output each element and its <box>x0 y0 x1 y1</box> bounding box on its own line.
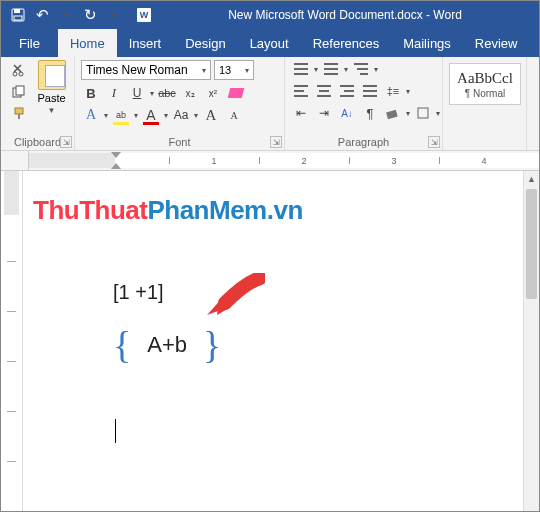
paste-icon <box>38 60 66 90</box>
highlight-dropdown-icon[interactable]: ▾ <box>134 111 138 120</box>
clipboard-launcher-icon[interactable]: ⇲ <box>60 136 72 148</box>
group-clipboard: Paste ▼ Clipboard ⇲ <box>1 57 75 150</box>
svg-rect-6 <box>16 86 24 95</box>
align-right-button[interactable] <box>337 82 357 100</box>
ribbon-tabs: File Home Insert Design Layout Reference… <box>1 29 539 57</box>
ruler-mark: 1 <box>211 156 216 166</box>
tab-layout[interactable]: Layout <box>238 29 301 57</box>
bullet-list-icon <box>294 63 308 75</box>
qat-customize-icon[interactable]: ▾ <box>105 6 123 24</box>
tab-references[interactable]: References <box>301 29 391 57</box>
scroll-up-icon[interactable]: ▲ <box>524 171 539 187</box>
font-color-button[interactable]: A <box>141 106 161 124</box>
font-name-value: Times New Roman <box>86 63 188 77</box>
align-center-icon <box>317 85 331 97</box>
shading-button[interactable] <box>383 104 403 122</box>
tab-design[interactable]: Design <box>173 29 237 57</box>
ruler-corner <box>1 151 29 170</box>
undo-icon[interactable]: ↶ <box>33 6 51 24</box>
save-icon[interactable] <box>9 6 27 24</box>
paragraph-launcher-icon[interactable]: ⇲ <box>428 136 440 148</box>
chevron-down-icon: ▾ <box>245 66 249 75</box>
show-marks-button[interactable]: ¶ <box>360 104 380 122</box>
shrink-font-button[interactable]: A <box>224 106 244 124</box>
justify-icon <box>363 85 377 97</box>
equation-brace-content: A+b <box>147 332 187 358</box>
style-normal[interactable]: AaBbCcl ¶ Normal <box>449 63 521 105</box>
font-name-select[interactable]: Times New Roman▾ <box>81 60 211 80</box>
style-preview: AaBbCcl <box>457 70 513 87</box>
numbering-button[interactable] <box>321 60 341 78</box>
tab-file[interactable]: File <box>1 29 58 57</box>
tab-mailings[interactable]: Mailings <box>391 29 463 57</box>
line-spacing-dropdown-icon[interactable]: ▾ <box>406 87 410 96</box>
group-paragraph: ▾ ▾ ▾ ‡≡ ▾ ⇤ ⇥ A↓ <box>285 57 443 150</box>
grow-font-button[interactable]: A <box>201 106 221 124</box>
bold-button[interactable]: B <box>81 84 101 102</box>
ruler-mark: 2 <box>301 156 306 166</box>
group-label-paragraph: Paragraph <box>291 134 436 148</box>
paste-button[interactable]: Paste ▼ <box>35 60 68 115</box>
change-case-button[interactable]: Aa <box>171 106 191 124</box>
tab-view[interactable]: View <box>529 29 540 57</box>
align-center-button[interactable] <box>314 82 334 100</box>
cut-icon[interactable] <box>7 60 31 80</box>
underline-dropdown-icon[interactable]: ▾ <box>150 89 154 98</box>
hanging-indent-marker[interactable] <box>111 163 121 169</box>
svg-rect-1 <box>14 9 20 13</box>
paste-dropdown-icon[interactable]: ▼ <box>48 106 56 115</box>
font-color-dropdown-icon[interactable]: ▾ <box>164 111 168 120</box>
font-size-select[interactable]: 13▾ <box>214 60 254 80</box>
shading-dropdown-icon[interactable]: ▾ <box>406 109 410 118</box>
bullets-dropdown-icon[interactable]: ▾ <box>314 65 318 74</box>
tab-insert[interactable]: Insert <box>117 29 174 57</box>
font-launcher-icon[interactable]: ⇲ <box>270 136 282 148</box>
strikethrough-button[interactable]: abc <box>157 84 177 102</box>
justify-button[interactable] <box>360 82 380 100</box>
undo-dropdown-icon[interactable]: ▼ <box>57 6 75 24</box>
increase-indent-button[interactable]: ⇥ <box>314 104 334 122</box>
italic-button[interactable]: I <box>104 84 124 102</box>
align-left-button[interactable] <box>291 82 311 100</box>
borders-button[interactable] <box>413 104 433 122</box>
numbering-dropdown-icon[interactable]: ▾ <box>344 65 348 74</box>
document-page[interactable]: ThuThuatPhanMem.vn [1 +1] { A+b } <box>23 171 539 511</box>
multilevel-list-button[interactable] <box>351 60 371 78</box>
style-name-label: ¶ Normal <box>465 88 505 99</box>
bullets-button[interactable] <box>291 60 311 78</box>
svg-point-4 <box>19 72 23 76</box>
subscript-button[interactable]: x₂ <box>180 84 200 102</box>
ruler-mark: 4 <box>481 156 486 166</box>
change-case-dropdown-icon[interactable]: ▾ <box>194 111 198 120</box>
first-line-indent-marker[interactable] <box>111 152 121 158</box>
group-font: Times New Roman▾ 13▾ B I U ▾ abc x₂ x² <box>75 57 285 150</box>
decrease-indent-button[interactable]: ⇤ <box>291 104 311 122</box>
format-painter-icon[interactable] <box>7 104 31 124</box>
borders-dropdown-icon[interactable]: ▾ <box>436 109 440 118</box>
redo-icon[interactable]: ↻ <box>81 6 99 24</box>
ribbon: Paste ▼ Clipboard ⇲ Times New Roman▾ 13▾… <box>1 57 539 151</box>
vertical-ruler[interactable] <box>1 171 23 511</box>
eraser-icon <box>228 88 245 98</box>
svg-rect-2 <box>14 16 22 20</box>
vertical-scrollbar[interactable]: ▲ <box>523 171 539 511</box>
text-effects-dropdown-icon[interactable]: ▾ <box>104 111 108 120</box>
document-area: ThuThuatPhanMem.vn [1 +1] { A+b } <box>1 171 539 511</box>
equation-brace[interactable]: { A+b } <box>113 326 221 364</box>
line-spacing-button[interactable]: ‡≡ <box>383 82 403 100</box>
underline-button[interactable]: U <box>127 84 147 102</box>
copy-icon[interactable] <box>7 82 31 102</box>
tab-review[interactable]: Review <box>463 29 530 57</box>
superscript-button[interactable]: x² <box>203 84 223 102</box>
highlight-button[interactable]: ab <box>111 106 131 124</box>
horizontal-ruler[interactable]: 1 2 3 4 <box>1 151 539 171</box>
scroll-thumb[interactable] <box>526 189 537 299</box>
tab-home[interactable]: Home <box>58 29 117 57</box>
title-bar: ↶ ▼ ↻ ▾ W New Microsoft Word Document.do… <box>1 1 539 29</box>
clear-formatting-button[interactable] <box>226 84 246 102</box>
chevron-down-icon: ▾ <box>202 66 206 75</box>
ruler-mark: 3 <box>391 156 396 166</box>
multilevel-dropdown-icon[interactable]: ▾ <box>374 65 378 74</box>
sort-button[interactable]: A↓ <box>337 104 357 122</box>
text-effects-button[interactable]: A <box>81 106 101 124</box>
